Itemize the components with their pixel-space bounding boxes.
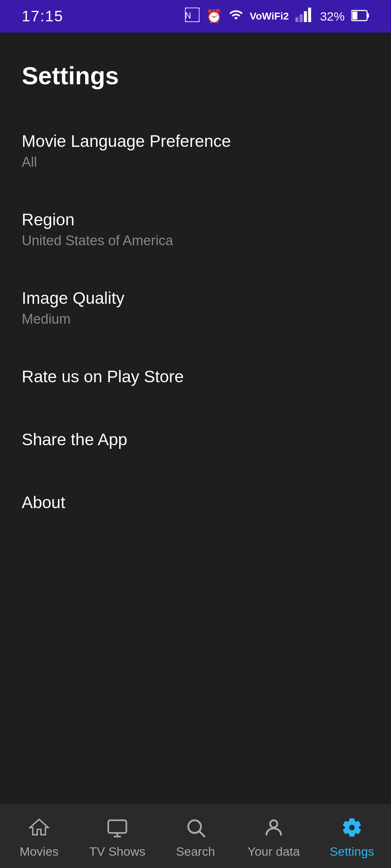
nav-item-tv-shows[interactable]: TV Shows — [78, 809, 156, 864]
settings-item-rate-us[interactable]: Rate us on Play Store — [22, 347, 369, 410]
nav-item-your-data[interactable]: Your data — [235, 809, 313, 864]
settings-item-title-movie-language: Movie Language Preference — [22, 131, 369, 151]
settings-item-share-app[interactable]: Share the App — [22, 410, 369, 473]
settings-item-subtitle-image-quality: Medium — [22, 311, 369, 327]
settings-item-title-about: About — [22, 493, 369, 512]
signal-icon — [295, 8, 314, 25]
settings-item-title-share-app: Share the App — [22, 430, 369, 449]
settings-item-image-quality[interactable]: Image Quality Medium — [22, 268, 369, 347]
svg-rect-9 — [108, 820, 126, 833]
status-bar: 17:15 N ⏰ VoWiFi2 32% — [0, 0, 391, 33]
settings-list: Movie Language Preference All Region Uni… — [0, 111, 391, 536]
home-icon — [26, 815, 52, 840]
svg-rect-7 — [367, 13, 369, 18]
settings-item-subtitle-movie-language: All — [22, 154, 369, 170]
svg-line-13 — [199, 831, 205, 837]
status-icons: N ⏰ VoWiFi2 32% — [185, 8, 369, 25]
nav-label-settings: Settings — [330, 844, 374, 859]
wifi-icon — [229, 8, 243, 25]
settings-icon — [339, 815, 365, 840]
bottom-navigation: Movies TV Shows Search Your data — [0, 805, 391, 868]
alarm-icon: ⏰ — [206, 9, 222, 24]
nav-label-tv-shows: TV Shows — [89, 844, 146, 859]
battery-icon — [351, 9, 369, 24]
settings-item-movie-language[interactable]: Movie Language Preference All — [22, 111, 369, 190]
settings-item-about[interactable]: About — [22, 473, 369, 536]
person-icon — [261, 815, 286, 840]
vowifi-icon: VoWiFi2 — [250, 10, 289, 22]
svg-rect-3 — [300, 14, 303, 22]
nav-label-search: Search — [176, 844, 215, 859]
svg-rect-2 — [295, 17, 298, 22]
status-time: 17:15 — [22, 8, 63, 25]
svg-text:N: N — [185, 11, 191, 20]
nav-item-settings[interactable]: Settings — [313, 809, 391, 864]
settings-item-title-image-quality: Image Quality — [22, 288, 369, 308]
svg-rect-4 — [304, 11, 307, 22]
settings-item-region[interactable]: Region United States of America — [22, 190, 369, 268]
nav-item-movies[interactable]: Movies — [0, 809, 78, 864]
svg-point-14 — [270, 820, 277, 827]
battery-indicator: 32% — [320, 9, 345, 24]
nav-label-movies: Movies — [20, 844, 59, 859]
settings-item-title-rate-us: Rate us on Play Store — [22, 367, 369, 386]
tv-icon — [105, 815, 130, 840]
settings-item-subtitle-region: United States of America — [22, 233, 369, 248]
page-title: Settings — [0, 33, 391, 111]
settings-item-title-region: Region — [22, 210, 369, 229]
svg-rect-5 — [308, 8, 311, 22]
nfc-icon: N — [185, 8, 199, 25]
nav-item-search[interactable]: Search — [156, 809, 235, 864]
nav-label-your-data: Your data — [248, 844, 300, 859]
svg-rect-8 — [352, 12, 357, 20]
search-icon — [183, 815, 208, 840]
